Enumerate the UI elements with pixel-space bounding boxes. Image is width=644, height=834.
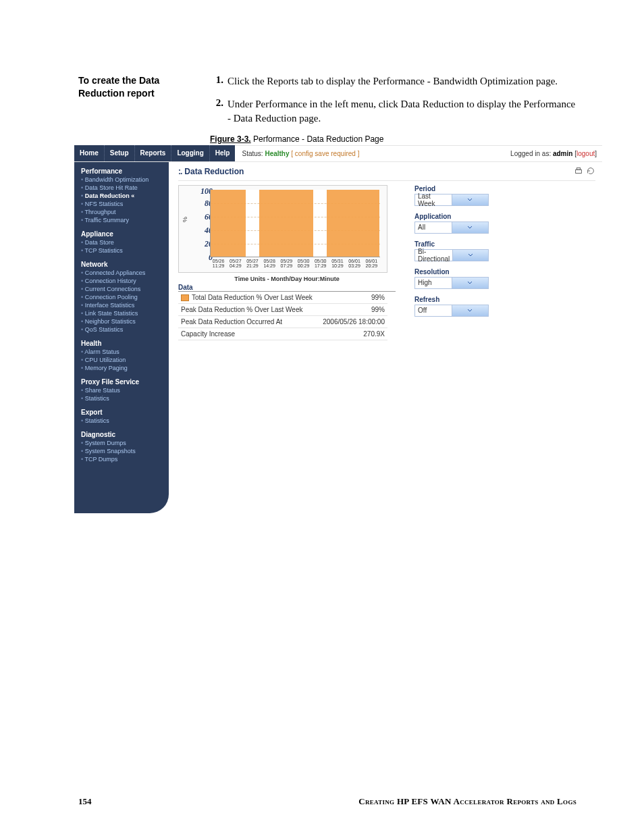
menu-reports[interactable]: Reports bbox=[135, 145, 172, 161]
step-number: 2. bbox=[210, 97, 223, 125]
sidebar-group: Export bbox=[81, 409, 163, 416]
sidebar-group: Health bbox=[81, 340, 163, 347]
sidebar-item[interactable]: Interface Statistics bbox=[81, 302, 163, 309]
table-row: Total Data Reduction % Over Last Week99% bbox=[178, 292, 387, 304]
login-status: Logged in as: admin [logout] bbox=[510, 150, 602, 157]
sidebar-item[interactable]: Share Status bbox=[81, 387, 163, 394]
sidebar-group: Diagnostic bbox=[81, 431, 163, 438]
sidebar-item[interactable]: QoS Statistics bbox=[81, 326, 163, 333]
figure-caption: Figure 3-3. Performance - Data Reduction… bbox=[210, 134, 576, 144]
sidebar-item[interactable]: Connected Appliances bbox=[81, 269, 163, 276]
sidebar-item[interactable]: TCP Dumps bbox=[81, 456, 163, 463]
traffic-label: Traffic bbox=[414, 240, 489, 248]
panel-dots: :. bbox=[178, 167, 182, 176]
step-text: Click the Reports tab to display the Per… bbox=[227, 74, 576, 88]
sidebar-item[interactable]: TCP Statistics bbox=[81, 247, 163, 254]
sidebar-item[interactable]: Data Store Hit Rate bbox=[81, 184, 163, 191]
chart-ylabel: % bbox=[182, 217, 188, 222]
status-bar: Status: Healthy [ config save required ] bbox=[235, 150, 510, 157]
main-menu: Home Setup Reports Logging Help bbox=[74, 145, 235, 161]
sidebar-group: Appliance bbox=[81, 230, 163, 238]
sidebar-item[interactable]: System Dumps bbox=[81, 440, 163, 446]
sidebar: Performance Bandwidth Optimization Data … bbox=[74, 162, 169, 513]
panel-title: Data Reduction bbox=[184, 167, 244, 176]
sidebar-item[interactable]: Connection Pooling bbox=[81, 294, 163, 301]
sidebar-item[interactable]: Neighbor Statistics bbox=[81, 318, 163, 325]
sidebar-item[interactable]: Link State Statistics bbox=[81, 310, 163, 317]
table-row: Peak Data Reduction Occurred At2006/05/2… bbox=[178, 316, 387, 328]
legend-swatch bbox=[181, 294, 189, 301]
svg-rect-0 bbox=[576, 170, 582, 173]
sidebar-item[interactable]: Alarm Status bbox=[81, 348, 163, 355]
traffic-select[interactable]: Bi-Directional bbox=[414, 249, 489, 261]
resolution-select[interactable]: High bbox=[414, 277, 489, 289]
menu-logging[interactable]: Logging bbox=[171, 145, 209, 161]
chevron-down-icon bbox=[452, 222, 489, 233]
refresh-select[interactable]: Off bbox=[414, 305, 489, 317]
sidebar-item[interactable]: System Snapshots bbox=[81, 448, 163, 454]
logout-link[interactable]: logout bbox=[576, 150, 595, 157]
menu-setup[interactable]: Setup bbox=[105, 145, 135, 161]
resolution-label: Resolution bbox=[414, 268, 489, 276]
application-label: Application bbox=[414, 213, 489, 220]
footer-title: Creating HP EFS WAN Accelerator Reports … bbox=[211, 796, 576, 807]
sidebar-item[interactable]: Statistics bbox=[81, 395, 163, 402]
refresh-icon[interactable] bbox=[586, 166, 595, 178]
chevron-down-icon bbox=[452, 278, 489, 288]
data-table: Total Data Reduction % Over Last Week99%… bbox=[178, 292, 387, 340]
sidebar-group: Performance bbox=[81, 167, 163, 175]
screenshot-region: Home Setup Reports Logging Help Status: … bbox=[74, 145, 602, 513]
sidebar-item[interactable]: Throughput bbox=[81, 209, 163, 215]
chevron-down-icon bbox=[452, 194, 489, 205]
sidebar-item[interactable]: Current Connections bbox=[81, 286, 163, 292]
refresh-label: Refresh bbox=[414, 296, 489, 303]
menu-help[interactable]: Help bbox=[210, 145, 236, 161]
chart: % 0 20 40 60 80 100 bbox=[178, 185, 387, 273]
step-number: 1. bbox=[210, 74, 223, 88]
sidebar-group: Proxy File Service bbox=[81, 378, 163, 386]
data-table-title: Data bbox=[178, 284, 396, 292]
period-label: Period bbox=[414, 185, 489, 192]
sidebar-item[interactable]: Connection History bbox=[81, 278, 163, 284]
sidebar-item[interactable]: NFS Statistics bbox=[81, 201, 163, 207]
application-select[interactable]: All bbox=[414, 221, 489, 234]
chevron-down-icon bbox=[452, 250, 488, 261]
sidebar-group: Network bbox=[81, 261, 163, 268]
sidebar-item[interactable]: CPU Utilization bbox=[81, 357, 163, 363]
sidebar-item[interactable]: Traffic Summary bbox=[81, 217, 163, 224]
sidebar-item[interactable]: Memory Paging bbox=[81, 365, 163, 371]
sidebar-item-active[interactable]: Data Reduction « bbox=[81, 192, 163, 199]
svg-rect-1 bbox=[576, 167, 580, 170]
menu-home[interactable]: Home bbox=[74, 145, 105, 161]
chart-xticks: 05/26 11:29 05/27 04:29 05/27 21:29 05/2… bbox=[210, 259, 380, 269]
sidebar-item[interactable]: Data Store bbox=[81, 239, 163, 246]
table-row: Peak Data Reduction % Over Last Week99% bbox=[178, 304, 387, 316]
sidebar-item[interactable]: Bandwidth Optimization bbox=[81, 176, 163, 183]
chevron-down-icon bbox=[452, 305, 489, 316]
period-select[interactable]: Last Week bbox=[414, 194, 489, 206]
page-number: 154 bbox=[78, 796, 211, 807]
print-icon[interactable] bbox=[574, 166, 583, 178]
step-text: Under Performance in the left menu, clic… bbox=[227, 97, 576, 125]
chart-xlabel: Time Units - Month/Day Hour:Minute bbox=[178, 276, 396, 282]
section-heading: To create the Data Reduction report bbox=[78, 74, 210, 145]
table-row: Capacity Increase270.9X bbox=[178, 328, 387, 340]
sidebar-item[interactable]: Statistics bbox=[81, 417, 163, 424]
